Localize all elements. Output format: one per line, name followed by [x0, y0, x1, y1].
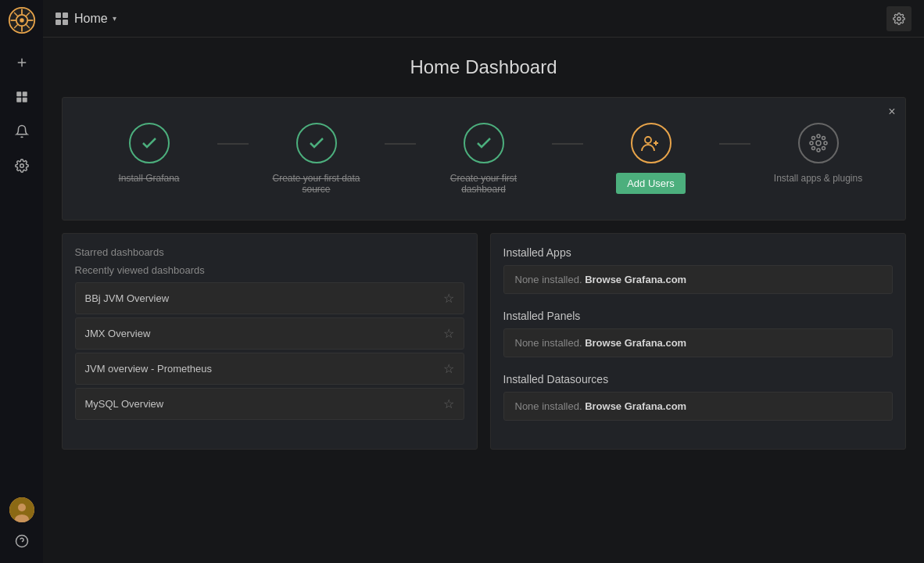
home-title[interactable]: Home ▾ [74, 12, 116, 26]
installed-apps-title: Installed Apps [503, 246, 893, 259]
installed-apps-section: Installed Apps None installed. Browse Gr… [503, 246, 893, 294]
step-create-datasource-icon [296, 123, 337, 163]
svg-point-17 [20, 164, 23, 168]
svg-rect-15 [16, 98, 21, 102]
list-item[interactable]: JMX Overview ☆ [75, 317, 464, 350]
installed-panels-empty: None installed. Browse Grafana.com [503, 328, 893, 357]
svg-point-33 [811, 147, 815, 150]
step-install-grafana: Install Grafana [81, 123, 217, 184]
step-add-users: Add Users [583, 123, 719, 194]
page-title: Home Dashboard [410, 56, 557, 78]
step-install-grafana-icon [129, 123, 170, 163]
browse-apps-link[interactable]: Browse Grafana.com [585, 274, 686, 285]
sidebar-item-dashboards[interactable] [6, 81, 38, 113]
close-panel-button[interactable]: × [888, 106, 895, 118]
svg-point-32 [822, 137, 825, 140]
dashboard-item-name: BBj JVM Overview [85, 292, 170, 304]
dashboard-item-name: JMX Overview [85, 328, 151, 339]
svg-point-25 [816, 141, 821, 145]
installed-datasources-title: Installed Datasources [503, 373, 893, 385]
list-item[interactable]: MySQL Overview ☆ [75, 388, 464, 420]
title-dropdown-arrow: ▾ [113, 14, 116, 23]
sidebar-item-help[interactable] [6, 525, 38, 557]
installed-panels-section: Installed Panels None installed. Browse … [503, 310, 893, 357]
installed-apps-empty-text: None installed. [515, 274, 582, 285]
svg-point-24 [645, 137, 651, 143]
topbar: Home ▾ [43, 0, 924, 38]
sidebar [0, 0, 43, 563]
step-create-dashboard-icon [464, 123, 504, 163]
sidebar-item-settings[interactable] [6, 150, 38, 181]
list-item[interactable]: BBj JVM Overview ☆ [75, 282, 464, 314]
step-create-datasource-label: Create your first data source [270, 173, 364, 195]
bottom-row: Starred dashboards Recently viewed dashb… [62, 233, 906, 450]
installed-datasources-section: Installed Datasources None installed. Br… [503, 373, 893, 421]
svg-point-29 [824, 142, 827, 145]
apps-panel: Installed Apps None installed. Browse Gr… [490, 233, 906, 450]
step-add-users-icon [631, 123, 672, 163]
svg-point-30 [811, 137, 815, 140]
step-install-apps: Install apps & plugins [750, 123, 886, 184]
star-icon[interactable]: ☆ [443, 396, 454, 411]
apps-grid-icon [56, 13, 68, 25]
installed-panels-title: Installed Panels [503, 310, 893, 322]
installed-panels-empty-text: None installed. [515, 337, 582, 349]
star-icon[interactable]: ☆ [443, 361, 454, 376]
settings-gear-button[interactable] [886, 6, 911, 31]
step-create-dashboard-label: Create your first dashboard [437, 173, 531, 195]
main-content: Home ▾ Home Dashboard × [43, 0, 924, 563]
installed-datasources-empty-text: None installed. [515, 400, 582, 412]
installed-apps-empty: None installed. Browse Grafana.com [503, 265, 893, 294]
grafana-logo[interactable] [8, 6, 36, 34]
starred-dashboards-title: Starred dashboards [75, 246, 464, 258]
svg-point-27 [817, 149, 820, 152]
recently-viewed-title: Recently viewed dashboards [75, 264, 464, 276]
sidebar-item-alerting[interactable] [6, 116, 38, 147]
step-install-apps-icon [798, 123, 839, 163]
sidebar-item-create[interactable] [6, 47, 38, 78]
step-install-apps-label: Install apps & plugins [774, 173, 862, 184]
step-create-dashboard: Create your first dashboard [416, 123, 552, 195]
steps-row: Install Grafana Create your first data s… [81, 123, 886, 195]
list-item[interactable]: JVM overview - Prometheus ☆ [75, 353, 464, 385]
svg-point-23 [897, 17, 901, 20]
svg-point-19 [18, 504, 26, 511]
svg-rect-14 [22, 91, 27, 96]
svg-rect-13 [16, 91, 21, 96]
dashboard-item-name: JVM overview - Prometheus [85, 363, 213, 375]
page-content: Home Dashboard × Install Grafana [43, 38, 924, 563]
svg-rect-16 [22, 98, 27, 102]
step-install-grafana-label: Install Grafana [118, 173, 179, 184]
add-users-button[interactable]: Add Users [616, 173, 686, 194]
user-avatar[interactable] [9, 497, 34, 522]
getting-started-panel: × Install Grafana [62, 97, 906, 221]
star-icon[interactable]: ☆ [443, 326, 454, 341]
dashboard-item-name: MySQL Overview [85, 398, 164, 410]
svg-point-26 [817, 134, 820, 138]
browse-panels-link[interactable]: Browse Grafana.com [585, 337, 686, 349]
svg-point-28 [810, 142, 813, 145]
star-icon[interactable]: ☆ [443, 291, 454, 306]
browse-datasources-link[interactable]: Browse Grafana.com [585, 400, 686, 412]
step-create-datasource: Create your first data source [249, 123, 385, 195]
dashboard-panel: Starred dashboards Recently viewed dashb… [62, 233, 478, 450]
svg-point-31 [822, 147, 825, 150]
home-label: Home [74, 12, 108, 26]
installed-datasources-empty: None installed. Browse Grafana.com [503, 392, 893, 421]
svg-point-6 [20, 18, 23, 22]
